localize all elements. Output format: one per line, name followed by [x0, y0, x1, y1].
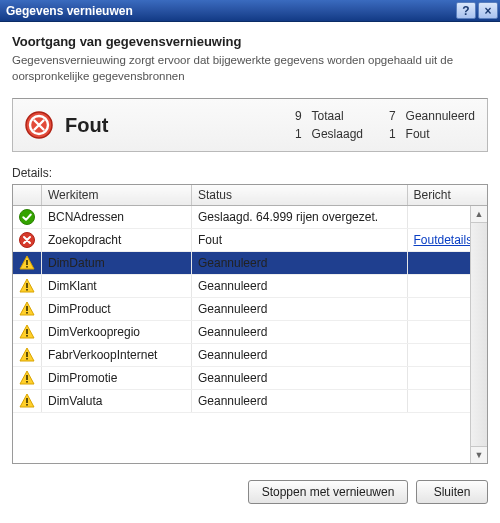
workitem-cell: DimProduct	[42, 298, 192, 321]
stop-refresh-button[interactable]: Stoppen met vernieuwen	[248, 480, 408, 504]
stat-error-n: 1	[382, 127, 396, 141]
progress-heading: Voortgang van gegevensvernieuwing	[12, 34, 488, 49]
stat-cancelled-label: Geannuleerd	[406, 109, 475, 123]
summary-stats: 9 Totaal 7 Geannuleerd 1 Geslaagd 1 Fout	[288, 109, 475, 141]
status-cell: Geannuleerd	[192, 298, 408, 321]
stat-success-n: 1	[288, 127, 302, 141]
status-cell: Geannuleerd	[192, 275, 408, 298]
workitem-cell: BCNAdressen	[42, 206, 192, 229]
details-table: Werkitem Status Bericht BCNAdressenGesla…	[13, 185, 487, 413]
status-cell: Geannuleerd	[192, 367, 408, 390]
close-button[interactable]: ×	[478, 2, 498, 19]
workitem-cell: Zoekopdracht	[42, 229, 192, 252]
warning-icon	[13, 252, 42, 275]
success-icon	[13, 206, 42, 229]
vertical-scrollbar[interactable]: ▲ ▼	[470, 206, 487, 463]
col-message-header[interactable]: Bericht	[407, 185, 487, 206]
progress-description: Gegevensvernieuwing zorgt ervoor dat bij…	[12, 53, 488, 84]
table-row[interactable]: DimVerkoopregioGeannuleerd	[13, 321, 487, 344]
error-icon	[13, 229, 42, 252]
error-icon	[25, 111, 53, 139]
warning-icon	[13, 275, 42, 298]
dialog-body: Voortgang van gegevensvernieuwing Gegeve…	[0, 22, 500, 516]
workitem-cell: DimValuta	[42, 390, 192, 413]
error-details-link[interactable]: Foutdetails	[414, 233, 473, 247]
scroll-up-arrow[interactable]: ▲	[471, 206, 487, 223]
warning-icon	[13, 390, 42, 413]
table-row[interactable]: BCNAdressenGeslaagd. 64.999 rijen overge…	[13, 206, 487, 229]
close-dialog-button[interactable]: Sluiten	[416, 480, 488, 504]
stat-success-label: Geslaagd	[312, 127, 372, 141]
status-cell: Geannuleerd	[192, 390, 408, 413]
warning-icon	[13, 344, 42, 367]
workitem-cell: DimVerkoopregio	[42, 321, 192, 344]
status-cell: Geannuleerd	[192, 344, 408, 367]
stat-error-label: Fout	[406, 127, 475, 141]
table-row[interactable]: FabrVerkoopInternetGeannuleerd	[13, 344, 487, 367]
workitem-cell: DimDatum	[42, 252, 192, 275]
col-workitem-header[interactable]: Werkitem	[42, 185, 192, 206]
stat-total-n: 9	[288, 109, 302, 123]
summary-panel: Fout 9 Totaal 7 Geannuleerd 1 Geslaagd 1…	[12, 98, 488, 152]
warning-icon	[13, 298, 42, 321]
table-row[interactable]: DimValutaGeannuleerd	[13, 390, 487, 413]
dialog-buttons: Stoppen met vernieuwen Sluiten	[12, 480, 488, 504]
stat-cancelled-n: 7	[382, 109, 396, 123]
status-cell: Fout	[192, 229, 408, 252]
workitem-cell: DimPromotie	[42, 367, 192, 390]
details-table-container: Werkitem Status Bericht BCNAdressenGesla…	[12, 184, 488, 464]
summary-status-label: Fout	[65, 114, 108, 137]
warning-icon	[13, 367, 42, 390]
status-cell: Geslaagd. 64.999 rijen overgezet.	[192, 206, 408, 229]
table-row[interactable]: ZoekopdrachtFoutFoutdetails	[13, 229, 487, 252]
warning-icon	[13, 321, 42, 344]
workitem-cell: DimKlant	[42, 275, 192, 298]
stat-total-label: Totaal	[312, 109, 372, 123]
help-button[interactable]: ?	[456, 2, 476, 19]
workitem-cell: FabrVerkoopInternet	[42, 344, 192, 367]
header-row: Werkitem Status Bericht	[13, 185, 487, 206]
status-cell: Geannuleerd	[192, 321, 408, 344]
col-icon-header[interactable]	[13, 185, 42, 206]
window-title: Gegevens vernieuwen	[6, 4, 454, 18]
status-cell: Geannuleerd	[192, 252, 408, 275]
table-row[interactable]: DimPromotieGeannuleerd	[13, 367, 487, 390]
table-row[interactable]: DimKlantGeannuleerd	[13, 275, 487, 298]
col-status-header[interactable]: Status	[192, 185, 408, 206]
scroll-down-arrow[interactable]: ▼	[471, 446, 487, 463]
table-row[interactable]: DimProductGeannuleerd	[13, 298, 487, 321]
details-label: Details:	[12, 166, 488, 180]
title-bar: Gegevens vernieuwen ? ×	[0, 0, 500, 22]
table-row[interactable]: DimDatumGeannuleerd	[13, 252, 487, 275]
